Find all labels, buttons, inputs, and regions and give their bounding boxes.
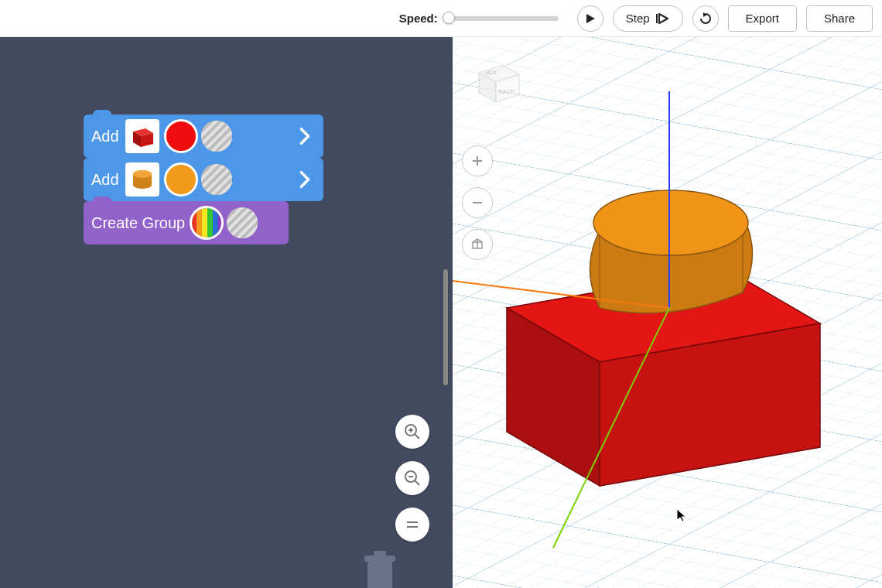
svg-point-13 [133,170,152,178]
code-panel: Add Add [0,37,453,588]
svg-point-12 [133,181,152,189]
viewport-3d[interactable]: TOP BACK [453,37,882,588]
speed-slider[interactable] [443,16,559,21]
viewcube-back-label: BACK [498,88,515,95]
view-zoom-out-button[interactable] [462,187,493,218]
viewport-canvas [453,37,882,588]
block-create-group[interactable]: Create Group [84,201,289,244]
viewcube-top-label: TOP [485,69,497,76]
stripes-icon [201,121,232,152]
export-label: Export [746,12,779,25]
svg-rect-32 [368,562,392,588]
svg-point-14 [201,164,232,195]
svg-line-24 [415,434,419,439]
block-add-cylinder[interactable]: Add [84,158,323,201]
color-swatch-red[interactable] [166,121,197,152]
svg-marker-3 [703,12,707,17]
svg-point-9 [201,121,232,152]
zoom-in-button[interactable] [395,415,429,449]
svg-rect-34 [374,551,386,557]
color-swatch-hole[interactable] [227,207,258,238]
svg-rect-17 [197,207,202,238]
play-button[interactable] [577,5,603,32]
rainbow-icon [191,207,222,238]
home-view-icon [470,237,485,252]
zoom-out-button[interactable] [395,461,429,495]
chevron-right-icon[interactable] [294,169,316,190]
code-zoom-controls [395,415,429,542]
top-toolbar: Speed: Step Export Share [0,0,882,37]
step-button[interactable]: Step [613,5,683,32]
equals-icon [405,519,419,530]
zoom-in-icon [404,423,421,440]
zoom-reset-button[interactable] [395,508,429,542]
block-label: Create Group [91,214,185,232]
cursor-icon [677,509,689,521]
plus-icon [470,154,484,168]
shape-thumb-box[interactable] [125,119,159,153]
block-add-box[interactable]: Add [84,115,323,158]
box-icon [128,122,156,150]
color-swatch-orange[interactable] [166,164,197,195]
stripes-icon [201,164,232,195]
color-swatch-hole[interactable] [201,121,232,152]
undo-icon [699,12,713,26]
speed-label: Speed: [399,12,438,25]
svg-marker-50 [677,509,685,521]
svg-point-40 [593,190,748,255]
minus-icon [470,196,484,210]
view-zoom-in-button[interactable] [462,145,493,176]
viewcube[interactable]: TOP BACK [471,56,525,110]
trash-icon[interactable] [361,551,398,588]
cylinder-icon [128,166,156,193]
svg-marker-0 [586,14,595,23]
scrollbar-thumb[interactable] [443,269,448,385]
undo-button[interactable] [692,5,719,32]
export-button[interactable]: Export [728,5,797,32]
svg-rect-20 [213,207,218,238]
scene-cylinder [590,190,753,313]
share-label: Share [824,12,855,25]
svg-rect-18 [202,207,207,238]
svg-rect-19 [207,207,213,238]
view-home-button[interactable] [462,229,493,260]
step-label: Step [626,12,650,25]
svg-point-22 [227,207,258,238]
play-icon [585,13,596,24]
svg-rect-16 [191,207,197,238]
workarea: Add Add [0,37,882,588]
block-label: Add [91,171,119,189]
shape-thumb-cylinder[interactable] [125,162,159,197]
color-swatch-rainbow[interactable] [191,207,222,238]
svg-marker-2 [659,14,668,23]
view-controls [462,145,493,260]
step-icon [656,13,670,24]
svg-line-28 [415,480,419,485]
zoom-out-icon [404,470,421,487]
chevron-right-icon[interactable] [294,125,316,147]
share-button[interactable]: Share [806,5,873,32]
speed-control-group: Speed: [399,12,559,25]
color-swatch-hole[interactable] [201,164,232,195]
svg-rect-1 [656,14,658,23]
svg-rect-21 [218,207,222,238]
block-label: Add [91,128,119,145]
stripes-icon [227,207,258,238]
